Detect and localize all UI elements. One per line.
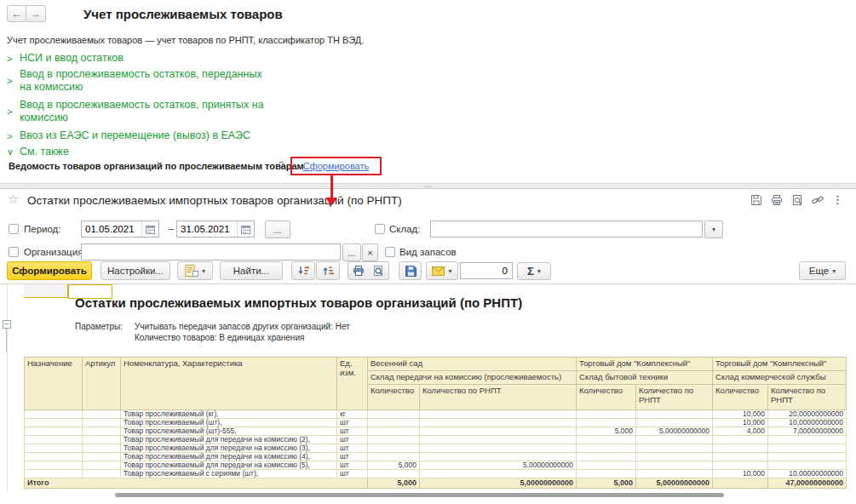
- section-link-vvoz-eaes[interactable]: > Ввоз из ЕАЭС и перемещение (вывоз) в Е…: [7, 129, 250, 142]
- sklad-checkbox[interactable]: [375, 224, 385, 234]
- qty-rnpt-header[interactable]: Количество по РНПТ: [420, 385, 577, 410]
- col-header-nomenklatura[interactable]: Номенклатура, Характеристика: [121, 358, 337, 410]
- org-input[interactable]: [81, 243, 341, 261]
- cell-qty[interactable]: [577, 444, 636, 453]
- print-preview-button[interactable]: [368, 261, 389, 280]
- cell-qty[interactable]: 5,00000000000: [636, 427, 713, 436]
- link-icon[interactable]: [811, 193, 824, 206]
- cell-nomenclature[interactable]: Товар прослеживаемый для передачи на ком…: [121, 436, 337, 444]
- cell-empty[interactable]: [25, 427, 83, 436]
- cell-qty[interactable]: [368, 427, 420, 436]
- cell-qty[interactable]: [713, 453, 768, 461]
- section-link-peredannye[interactable]: > Ввод в прослеживаемость остатков, пере…: [7, 68, 275, 94]
- cell-qty[interactable]: [368, 444, 420, 453]
- cell-qty[interactable]: 10,000: [713, 470, 768, 478]
- cell-qty[interactable]: [420, 470, 577, 478]
- cell-empty[interactable]: [83, 470, 121, 478]
- print-icon[interactable]: [770, 193, 783, 206]
- cell-qty[interactable]: [420, 444, 577, 453]
- table-row[interactable]: Товар прослеживаемый с сериями (шт),шт10…: [25, 470, 847, 478]
- table-row[interactable]: Товар прослеживаемый для передачи на ком…: [25, 436, 847, 444]
- cell-qty[interactable]: [368, 470, 420, 478]
- org-select-button[interactable]: ...: [342, 243, 361, 261]
- preview-icon[interactable]: [790, 193, 803, 206]
- cell-qty[interactable]: [420, 453, 577, 461]
- cell-qty[interactable]: [636, 461, 713, 470]
- org-header[interactable]: Весенний сад: [368, 358, 577, 371]
- more-actions-button[interactable]: Еще ▾: [799, 261, 846, 280]
- cell-nomenclature[interactable]: Товар прослеживаемый (кг),: [121, 410, 337, 419]
- favorite-star-icon[interactable]: ☆: [8, 192, 19, 207]
- total-cell[interactable]: 5,00000000000: [636, 478, 713, 489]
- total-row[interactable]: Итого 5,000 5,00000000000 5,000 5,000000…: [25, 478, 847, 489]
- calendar-icon[interactable]: [237, 221, 254, 237]
- cell-qty[interactable]: [636, 453, 713, 461]
- table-row[interactable]: Товар прослеживаемый (кг),кг10,00020,000…: [25, 410, 847, 419]
- cell-empty[interactable]: [25, 470, 83, 478]
- cell-unit[interactable]: шт: [337, 436, 368, 444]
- table-row[interactable]: Товар прослеживаемый для передачи на ком…: [25, 461, 847, 470]
- period-from-input[interactable]: [82, 221, 141, 237]
- cell-unit[interactable]: кг: [337, 410, 368, 419]
- cell-unit[interactable]: шт: [337, 419, 368, 427]
- cell-qty[interactable]: 4,000: [713, 427, 768, 436]
- cell-qty[interactable]: [713, 444, 768, 453]
- cell-qty[interactable]: 10,000: [713, 419, 768, 427]
- save-icon[interactable]: [750, 193, 762, 206]
- cell-qty[interactable]: [420, 419, 577, 427]
- cell-qty[interactable]: [577, 410, 636, 419]
- cell-empty[interactable]: [83, 453, 121, 461]
- cell-qty[interactable]: [420, 436, 577, 444]
- cell-qty[interactable]: [577, 419, 636, 427]
- total-cell[interactable]: 5,000: [368, 478, 420, 489]
- cell-qty[interactable]: 10,000: [713, 410, 768, 419]
- cell-unit[interactable]: шт: [337, 461, 368, 470]
- col-header-unit[interactable]: Ед. изм.: [337, 358, 368, 410]
- period-to-input[interactable]: [177, 221, 237, 237]
- cell-empty[interactable]: [25, 419, 83, 427]
- cell-qty[interactable]: [577, 453, 636, 461]
- col-header-artikul[interactable]: Артикул: [83, 358, 121, 410]
- period-checkbox[interactable]: [9, 224, 19, 234]
- warehouse-header[interactable]: Склад коммерческой службы: [713, 371, 847, 385]
- cell-qty[interactable]: [636, 419, 713, 427]
- cell-qty[interactable]: 5,000: [577, 427, 636, 436]
- help-icon[interactable]: ?: [279, 160, 284, 170]
- expand-groups-button[interactable]: [291, 261, 315, 280]
- cell-qty[interactable]: [768, 444, 847, 453]
- selected-cell-shadow[interactable]: [24, 284, 68, 298]
- cell-qty[interactable]: [420, 410, 577, 419]
- sklad-input[interactable]: [430, 220, 703, 238]
- cell-empty[interactable]: [83, 444, 121, 453]
- generate-report-link[interactable]: Сформировать: [303, 161, 370, 171]
- table-row[interactable]: Товар прослеживаемый (шт),шт10,00010,000…: [25, 419, 847, 427]
- cell-qty[interactable]: 20,00000000000: [768, 410, 847, 419]
- find-button[interactable]: Найти...: [220, 261, 283, 280]
- cell-qty[interactable]: [636, 470, 713, 478]
- cell-unit[interactable]: шт: [337, 427, 368, 436]
- horizontal-scrollbar[interactable]: [115, 493, 724, 497]
- qty-rnpt-header[interactable]: Количество по РНПТ: [768, 385, 847, 410]
- cell-qty[interactable]: [768, 461, 847, 470]
- cell-nomenclature[interactable]: Товар прослеживаемый (шт),: [121, 419, 337, 427]
- sum-button[interactable]: Σ ▾: [517, 262, 551, 280]
- warehouse-header[interactable]: Склад бытовой техники: [577, 371, 713, 385]
- cell-qty[interactable]: [368, 410, 420, 419]
- qty-header[interactable]: Количество: [713, 385, 768, 410]
- cell-nomenclature[interactable]: Товар прослеживаемый для передачи на ком…: [121, 453, 337, 461]
- org-checkbox[interactable]: [9, 247, 19, 257]
- cell-nomenclature[interactable]: Товар прослеживаемый (шт)-555,: [121, 427, 337, 436]
- cell-empty[interactable]: [25, 461, 83, 470]
- section-link-nsi[interactable]: > НСИ и ввод остатков: [7, 52, 124, 65]
- cell-qty[interactable]: 5,00000000000: [420, 461, 577, 470]
- counter-field[interactable]: [460, 262, 513, 279]
- cell-nomenclature[interactable]: Товар прослеживаемый с сериями (шт),: [121, 470, 337, 478]
- cell-qty[interactable]: 10,00000000000: [768, 470, 847, 478]
- print-button[interactable]: [348, 261, 369, 280]
- sklad-dropdown-button[interactable]: ▾: [704, 220, 723, 238]
- cell-qty[interactable]: [768, 453, 847, 461]
- total-cell[interactable]: 5,00000000000: [420, 478, 577, 489]
- cell-unit[interactable]: шт: [337, 444, 368, 453]
- cell-qty[interactable]: 10,00000000000: [768, 419, 847, 427]
- cell-qty[interactable]: [636, 444, 713, 453]
